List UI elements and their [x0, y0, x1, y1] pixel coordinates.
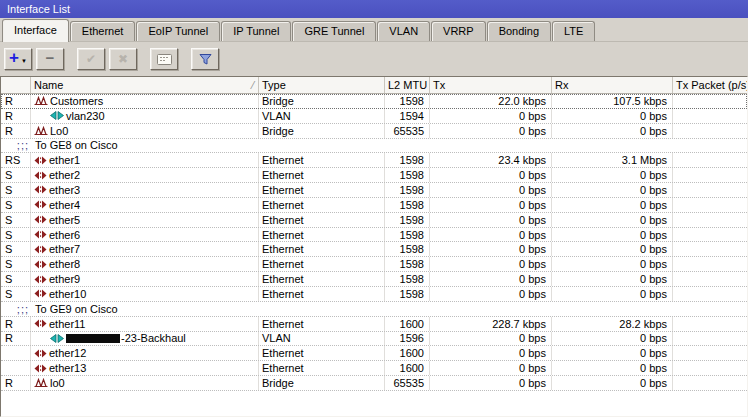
- row-tx: 23.4 kbps: [430, 153, 552, 167]
- tab-label: VLAN: [389, 25, 418, 37]
- row-tx: 0 bps: [430, 346, 552, 360]
- row-l2mtu: 1600: [385, 317, 430, 331]
- tab-strip: Interface Ethernet EoIP Tunnel IP Tunnel…: [0, 18, 748, 42]
- row-rx: 0 bps: [552, 376, 673, 390]
- row-name: ether3: [31, 183, 259, 197]
- window-title: Interface List: [7, 3, 70, 15]
- row-flags: R: [1, 332, 31, 346]
- row-name: ether8: [31, 257, 259, 271]
- column-header-rx[interactable]: Rx: [552, 77, 673, 93]
- row-l2mtu: 1598: [385, 198, 430, 212]
- interface-name: Customers: [50, 95, 103, 107]
- column-header-name[interactable]: Name: [31, 77, 259, 93]
- tab-bonding[interactable]: Bonding: [487, 21, 551, 41]
- tab-interface[interactable]: Interface: [2, 19, 69, 42]
- tab-eoip-tunnel[interactable]: EoIP Tunnel: [136, 21, 220, 41]
- table-row[interactable]: R Lo0 Bridge 65535 0 bps 0 bps: [1, 124, 747, 139]
- add-button[interactable]: +▼: [4, 48, 32, 70]
- tab-ip-tunnel[interactable]: IP Tunnel: [221, 21, 291, 41]
- row-tx-packet: [673, 183, 747, 197]
- row-flags: S: [1, 272, 31, 286]
- row-flags: S: [1, 287, 31, 301]
- table-row[interactable]: S ether2 Ethernet 1598 0 bps 0 bps: [1, 168, 747, 183]
- row-name: ether9: [31, 272, 259, 286]
- window-titlebar[interactable]: Interface List: [0, 0, 748, 18]
- interface-name: Lo0: [50, 125, 68, 137]
- row-tx-packet: [673, 272, 747, 286]
- row-tx-packet: [673, 94, 747, 108]
- bridge-icon: [34, 126, 48, 136]
- disable-button[interactable]: ✖: [109, 48, 137, 70]
- table-row[interactable]: R vlan230 VLAN 1594 0 bps 0 bps: [1, 109, 747, 124]
- vlan-icon: [50, 111, 64, 120]
- comment-button[interactable]: [150, 48, 178, 70]
- row-tx: 0 bps: [430, 168, 552, 182]
- remove-button[interactable]: −: [36, 48, 64, 70]
- row-rx: 0 bps: [552, 228, 673, 242]
- row-flags: R: [1, 317, 31, 331]
- table-row[interactable]: S ether7 Ethernet 1598 0 bps 0 bps: [1, 242, 747, 257]
- table-row[interactable]: S ether6 Ethernet 1598 0 bps 0 bps: [1, 228, 747, 243]
- interface-name: ether12: [49, 347, 86, 359]
- table-row[interactable]: S ether4 Ethernet 1598 0 bps 0 bps: [1, 198, 747, 213]
- row-rx: 0 bps: [552, 287, 673, 301]
- table-row[interactable]: S ether9 Ethernet 1598 0 bps 0 bps: [1, 272, 747, 287]
- row-flags: S: [1, 168, 31, 182]
- table-row[interactable]: ether13 Ethernet 1600 0 bps 0 bps: [1, 361, 747, 376]
- table-row[interactable]: S ether8 Ethernet 1598 0 bps 0 bps: [1, 257, 747, 272]
- row-l2mtu: 1598: [385, 272, 430, 286]
- row-flags: S: [1, 242, 31, 256]
- tab-label: Bonding: [499, 25, 539, 37]
- table-row[interactable]: R ether11 Ethernet 1600 228.7 kbps 28.2 …: [1, 317, 747, 332]
- row-type: Ethernet: [259, 346, 385, 360]
- row-tx: 0 bps: [430, 272, 552, 286]
- table-row[interactable]: S ether3 Ethernet 1598 0 bps 0 bps: [1, 183, 747, 198]
- enable-button[interactable]: ✔: [77, 48, 105, 70]
- row-rx: 3.1 Mbps: [552, 153, 673, 167]
- interface-name: vlan230: [66, 110, 105, 122]
- row-tx-packet: [673, 109, 747, 123]
- row-flags: S: [1, 213, 31, 227]
- table-row[interactable]: R lo0 Bridge 65535 0 bps 0 bps: [1, 376, 747, 391]
- column-header-txpacket[interactable]: Tx Packet (p/s): [673, 77, 747, 93]
- table-row[interactable]: S ether10 Ethernet 1598 0 bps 0 bps: [1, 287, 747, 302]
- row-tx-packet: [673, 346, 747, 360]
- table-header-row: Name Type L2 MTU Tx Rx Tx Packet (p/s): [1, 77, 747, 94]
- row-type: Ethernet: [259, 168, 385, 182]
- tab-label: VRRP: [443, 25, 474, 37]
- comment-prefix: ;;;: [1, 303, 31, 315]
- comment-row[interactable]: ;;; To GE8 on Cisco: [1, 139, 747, 154]
- tab-label: IP Tunnel: [233, 25, 279, 37]
- row-type: VLAN: [259, 109, 385, 123]
- row-tx: 0 bps: [430, 198, 552, 212]
- row-l2mtu: 1598: [385, 287, 430, 301]
- table-row[interactable]: S ether5 Ethernet 1598 0 bps 0 bps: [1, 213, 747, 228]
- row-rx: 0 bps: [552, 361, 673, 375]
- table-row[interactable]: R Customers Bridge 1598 22.0 kbps 107.5 …: [1, 94, 747, 109]
- tab-gre-tunnel[interactable]: GRE Tunnel: [292, 21, 376, 41]
- tab-ethernet[interactable]: Ethernet: [70, 21, 136, 41]
- tab-lte[interactable]: LTE: [552, 21, 595, 41]
- column-header-tx[interactable]: Tx: [430, 77, 552, 93]
- row-rx: 0 bps: [552, 346, 673, 360]
- column-header-l2mtu[interactable]: L2 MTU: [385, 77, 430, 93]
- row-name: lo0: [31, 376, 259, 390]
- filter-button[interactable]: [191, 48, 219, 70]
- ethernet-icon: [34, 215, 47, 224]
- row-type: Ethernet: [259, 257, 385, 271]
- column-header-flags[interactable]: [1, 77, 31, 93]
- ethernet-icon: [34, 275, 47, 284]
- comment-row[interactable]: ;;; To GE9 on Cisco: [1, 302, 747, 317]
- row-l2mtu: 65535: [385, 376, 430, 390]
- table-row[interactable]: R -23-Backhaul VLAN 1596 0 bps 0 bps: [1, 332, 747, 347]
- table-row[interactable]: ether12 Ethernet 1600 0 bps 0 bps: [1, 346, 747, 361]
- row-type: Ethernet: [259, 361, 385, 375]
- tab-vlan[interactable]: VLAN: [377, 21, 430, 41]
- row-flags: S: [1, 228, 31, 242]
- table-row[interactable]: RS ether1 Ethernet 1598 23.4 kbps 3.1 Mb…: [1, 153, 747, 168]
- row-tx: 0 bps: [430, 124, 552, 138]
- tab-vrrp[interactable]: VRRP: [431, 21, 486, 41]
- bridge-icon: [34, 96, 48, 106]
- column-header-type[interactable]: Type: [259, 77, 385, 93]
- row-type: Ethernet: [259, 198, 385, 212]
